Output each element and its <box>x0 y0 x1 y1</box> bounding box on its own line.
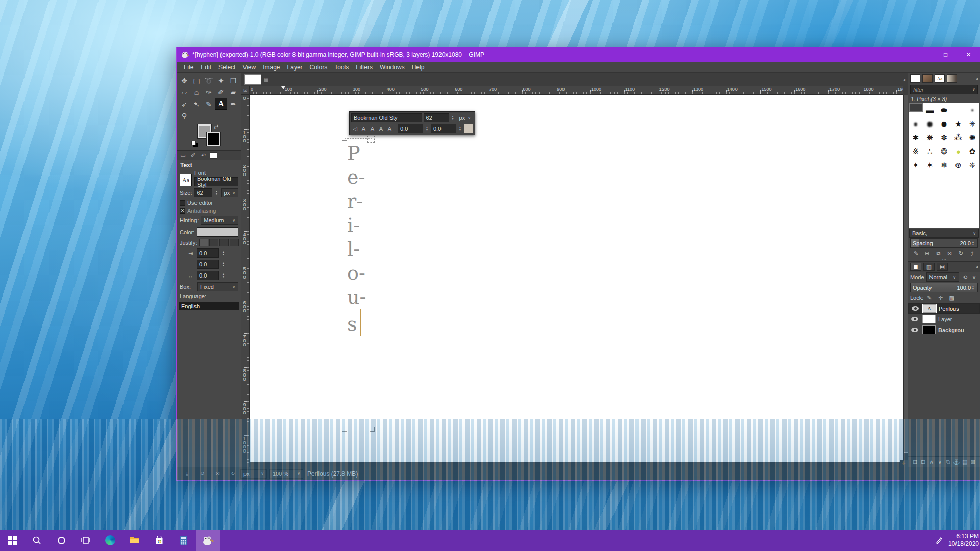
new-brush-button[interactable]: ⊞ <box>923 249 931 257</box>
fuzzy-select-tool[interactable]: ✦ <box>215 74 227 86</box>
canvas-viewport[interactable]: Pe-r-i-l-o-u-s Bookman Old Sty 62 ▲▼ px∨ <box>250 95 903 467</box>
strikethrough-button[interactable]: A <box>386 125 394 133</box>
lock-alpha-toggle[interactable]: ▩ <box>948 294 955 302</box>
float-font-field[interactable]: Bookman Old Sty <box>351 113 422 122</box>
menu-select[interactable]: Select <box>215 63 239 72</box>
delete-brush-button[interactable]: ⊠ <box>946 249 953 257</box>
calculator-button[interactable] <box>172 530 196 551</box>
default-colors-icon[interactable] <box>191 141 196 145</box>
dock-menu-icon[interactable]: ◂ <box>975 76 978 81</box>
brush-item[interactable]: ✿ <box>965 144 979 158</box>
indent-spinner[interactable]: ▲▼ <box>221 251 226 256</box>
paintbrush-tool[interactable]: ✐ <box>215 86 227 98</box>
new-group-button[interactable]: ⊟ <box>919 458 927 466</box>
colors-tab[interactable] <box>210 152 217 159</box>
text-color-swatch[interactable] <box>197 227 238 237</box>
float-color-swatch[interactable] <box>464 124 473 133</box>
gradients-tab[interactable] <box>947 74 957 83</box>
duplicate-brush-button[interactable]: ⧉ <box>935 249 942 257</box>
menu-layer[interactable]: Layer <box>284 63 306 72</box>
vertical-scrollbar[interactable] <box>903 95 908 460</box>
brush-item[interactable]: ✱ <box>909 131 923 144</box>
lock-position-toggle[interactable]: ✛ <box>937 294 944 302</box>
brush-item[interactable]: ※ <box>909 144 923 158</box>
brush-category-select[interactable]: Basic,∨ <box>909 229 979 238</box>
h-ruler[interactable]: 0100200300400500600700800900100011001200… <box>250 86 903 95</box>
layer-row-perilous[interactable]: APerilous <box>908 303 980 314</box>
save-tool-preset-button[interactable]: ⤓ <box>183 470 191 478</box>
size-spinner[interactable]: ▲▼ <box>214 190 218 195</box>
brush-item[interactable]: ✶ <box>923 158 937 172</box>
justify-right-button[interactable]: ≡ <box>209 239 218 246</box>
letter-spacing-spinner[interactable]: ▲▼ <box>221 273 226 278</box>
task-view-button[interactable] <box>74 530 98 551</box>
menu-tools[interactable]: Tools <box>331 63 352 72</box>
lower-layer-button[interactable]: ∨ <box>936 458 944 466</box>
language-field[interactable]: English <box>179 302 239 310</box>
resize-handle-top-right[interactable] <box>368 136 375 143</box>
visibility-eye-icon[interactable] <box>911 317 918 321</box>
size-field[interactable]: 62 <box>194 188 212 197</box>
gimp-taskbar-button[interactable] <box>196 530 220 551</box>
opacity-spinner[interactable]: ▲▼ <box>971 285 975 290</box>
maximize-button[interactable]: □ <box>934 47 957 62</box>
brush-item[interactable]: ∴ <box>923 144 937 158</box>
brush-item[interactable]: ✳ <box>965 117 979 131</box>
zoom-tool[interactable]: ⚲ <box>178 110 190 121</box>
resize-handle-bottom-left[interactable] <box>342 427 347 432</box>
rectangle-select-tool[interactable]: ▢ <box>190 74 203 86</box>
paths-tool[interactable]: ✎ <box>203 98 215 110</box>
layers-dock-menu-icon[interactable]: ◂ <box>975 264 978 269</box>
brush-item[interactable]: ● <box>937 117 951 131</box>
crop-tool[interactable]: ❐ <box>227 74 239 86</box>
brush-item[interactable]: ● <box>951 144 965 158</box>
mode-select[interactable]: Normal∨ <box>926 272 959 282</box>
mode-switch-button[interactable]: ⟲ <box>961 273 969 281</box>
visibility-eye-icon[interactable] <box>912 306 919 311</box>
menu-file[interactable]: File <box>180 63 197 72</box>
line-spacing-field[interactable]: 0.0 <box>197 260 219 269</box>
underline-button[interactable]: A <box>377 125 385 133</box>
brush-item[interactable]: ⁂ <box>951 131 965 144</box>
menu-help[interactable]: Help <box>408 63 428 72</box>
file-explorer-button[interactable] <box>122 530 147 551</box>
layer-row-layer[interactable]: Layer <box>908 314 980 324</box>
brush-item[interactable]: · <box>909 103 923 112</box>
reset-tool-options-button[interactable]: ↻ <box>229 470 237 478</box>
cortana-button[interactable] <box>49 530 74 551</box>
baseline-spinner[interactable]: ▲▼ <box>425 126 429 131</box>
visibility-eye-icon[interactable] <box>911 328 918 332</box>
background-color-swatch[interactable] <box>207 132 220 146</box>
menu-windows[interactable]: Windows <box>376 63 408 72</box>
justify-fill-button[interactable]: ≡ <box>230 239 239 246</box>
menu-view[interactable]: View <box>239 63 259 72</box>
tab-menu-icon[interactable]: ◂ <box>903 77 905 82</box>
brush-item[interactable]: ✺ <box>965 131 979 144</box>
restore-tool-preset-button[interactable]: ↺ <box>199 470 206 478</box>
ruler-origin-button[interactable]: ⊡ <box>241 86 250 95</box>
minimize-button[interactable]: – <box>911 47 934 62</box>
brush-item[interactable]: ✦ <box>909 158 923 172</box>
unit-select[interactable]: px∨ <box>240 469 267 479</box>
brush-item[interactable]: ▬ <box>923 103 937 117</box>
swap-colors-icon[interactable]: ⇄ <box>214 123 218 130</box>
use-editor-checkbox[interactable] <box>180 200 185 206</box>
patterns-tab[interactable] <box>922 74 933 83</box>
baseline-field[interactable]: 0.0 <box>398 124 423 133</box>
kerning-field[interactable]: 0.0 <box>431 124 456 133</box>
text-layer-box[interactable]: Pe-r-i-l-o-u-s <box>345 138 372 429</box>
add-mask-button[interactable]: ▤ <box>961 458 969 466</box>
color-picker-tool[interactable]: ✒ <box>227 98 239 110</box>
mode-menu-button[interactable]: ∨ <box>970 273 978 281</box>
float-size-field[interactable]: 62 <box>424 113 449 122</box>
image-tab[interactable] <box>244 74 261 85</box>
edit-brush-button[interactable]: ✎ <box>912 249 920 257</box>
store-button[interactable] <box>147 530 172 551</box>
refresh-brushes-button[interactable]: ↻ <box>957 249 965 257</box>
smudge-tool[interactable]: ➷ <box>190 98 203 110</box>
delete-tool-preset-button[interactable]: ⊠ <box>214 470 222 478</box>
titlebar[interactable]: *[hyphen] (exported)-1.0 (RGB color 8-bi… <box>177 47 980 62</box>
brush-item[interactable]: ❂ <box>937 144 951 158</box>
size-unit-select[interactable]: px∨ <box>221 188 238 197</box>
raise-layer-button[interactable]: ∧ <box>928 458 936 466</box>
